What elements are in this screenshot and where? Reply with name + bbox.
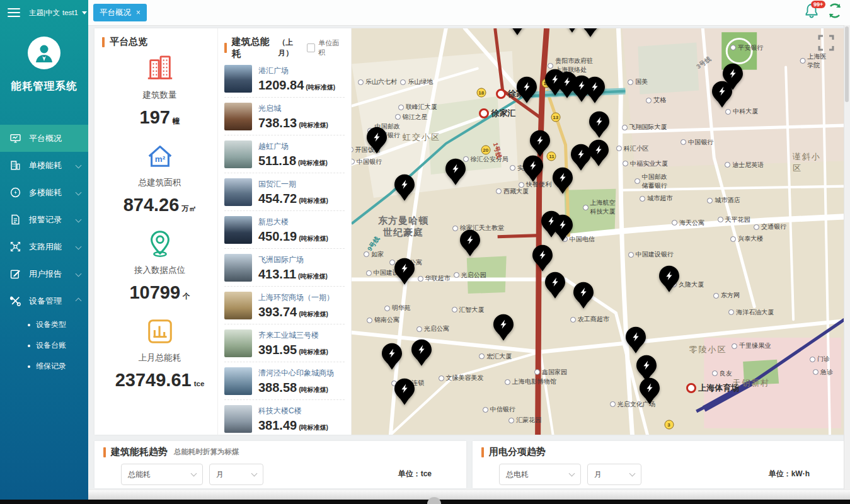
energy-map-marker[interactable] [584,76,606,104]
energy-map-marker[interactable] [589,111,610,139]
sidebar-item-icon [10,187,21,198]
metro-station-marker[interactable]: 20 [481,145,490,154]
building-list-item[interactable]: 漕河泾中心印象城商场 388.58(吨标准煤) [224,362,345,400]
lightning-pin-icon [411,339,432,367]
tab-close-icon[interactable]: × [136,8,141,17]
trend-left-unit: 单位：tce [398,469,432,479]
building-photo [224,178,252,206]
stat-unit: 幢 [173,117,180,125]
sidebar-item-label: 报警记录 [29,214,62,226]
menu-toggle-icon[interactable] [8,8,20,17]
energy-map-marker[interactable] [459,229,481,256]
building-list-item[interactable]: 飞洲国际广场 413.11(吨标准煤) [224,249,345,287]
building-energy-unit: (吨标准煤) [299,197,328,204]
energy-map-marker[interactable] [381,342,403,370]
building-list-item[interactable]: 科技大楼C楼 381.49(吨标准煤) [224,400,345,435]
stat-value: 10799个 [102,282,217,303]
bottom-strip [88,490,850,500]
sidebar-item[interactable]: 支路用能 [0,233,88,260]
sidebar-item[interactable]: 报警记录 [0,206,88,233]
energy-map-marker[interactable] [445,158,466,186]
lightning-pin-icon [711,81,733,108]
building-energy-value: 1209.84(吨标准煤) [258,78,335,93]
energy-map-marker[interactable] [573,282,594,309]
stat-value: 874.26万㎡ [102,195,217,215]
unit-area-checkbox[interactable] [307,43,315,52]
energy-map-marker[interactable] [580,28,601,38]
energy-map-marker[interactable] [625,326,646,353]
energy-map-marker[interactable] [507,28,528,35]
tab-label: 平台概况 [100,8,131,18]
energy-map-marker[interactable] [493,314,514,341]
energy-map-marker[interactable] [544,272,566,299]
lightning-pin-icon [544,272,566,299]
sidebar-item-icon [10,214,21,225]
notifications-button[interactable]: 99+ [805,3,818,21]
energy-map-marker[interactable] [552,167,573,195]
energy-map-marker[interactable] [366,127,388,154]
lightning-pin-icon [532,244,553,272]
lightning-pin-icon [529,129,551,157]
energy-map-marker[interactable] [532,244,553,272]
energy-map-marker[interactable] [522,154,544,182]
sidebar-item[interactable]: 单楼能耗 [0,152,88,179]
building-list-item[interactable]: 上海环贸商场（一期） 393.74(吨标准煤) [224,287,345,324]
building-list-item[interactable]: 越虹广场 511.18(吨标准煤) [224,135,345,173]
sidebar-item-icon [10,295,21,306]
energy-map-marker[interactable] [529,129,551,157]
building-list-item[interactable]: 齐来工业城三号楼 391.95(吨标准煤) [224,324,345,362]
metro-station-marker[interactable]: 13 [551,112,560,122]
sidebar-item[interactable]: 多楼能耗 [0,179,88,206]
energy-map-marker[interactable] [394,257,415,285]
overview-title: 平台总览 [102,36,217,48]
sidebar-subitem[interactable]: 设备台账 [0,335,88,356]
building-energy-value: 454.72(吨标准煤) [258,192,328,206]
tab-platform-overview[interactable]: 平台概况 × [93,4,147,21]
sidebar-subitem[interactable]: 维保记录 [0,356,88,377]
building-list-item[interactable]: 港汇广场 1209.84(吨标准煤) [224,60,345,98]
building-list-item[interactable]: 国贸汇一期 454.72(吨标准煤) [224,173,345,211]
energy-map-marker[interactable] [552,214,573,241]
theme-language-selector[interactable]: 主题|中文 test1 [29,8,87,18]
energy-map-marker[interactable] [394,377,415,405]
unit-area-checkbox-wrap[interactable]: 单位面积 [307,38,345,57]
map-fullscreen-button[interactable] [818,35,834,51]
stat-value: 197幢 [102,107,217,128]
building-name: 科技大楼C楼 [258,406,328,416]
lightning-pin-icon [584,76,606,104]
refresh-button[interactable] [827,3,842,21]
energy-map-marker[interactable] [411,339,432,367]
tab-bar: 平台概况 × 99+ [88,0,850,26]
metro-station-marker[interactable]: 18 [476,88,486,97]
scrollbar-thumb[interactable] [845,26,849,102]
energy-map-marker[interactable] [639,377,660,405]
map-view[interactable]: 乐山六七村乐山绿地联峰汇大厦锦江之星中国邮政 储蓄银行虹交小区开国饭店中国银行徐… [352,28,844,435]
lightning-pin-icon [589,111,610,139]
energy-map-marker[interactable] [711,81,733,108]
building-photo [224,216,252,244]
stat-block: 接入数据点位 10799个 [102,229,217,303]
energy-type-select[interactable]: 总能耗 [121,464,203,485]
sidebar-item-icon [10,133,21,144]
energy-map-marker[interactable] [658,265,680,293]
lightning-pin-icon [573,282,594,309]
scrollbar[interactable] [844,25,850,490]
sidebar-item-label: 支路用能 [29,241,62,253]
electricity-type-select[interactable]: 总电耗 [499,464,581,485]
sidebar-item[interactable]: 平台概况 [0,125,88,152]
building-list-item[interactable]: 新思大楼 450.19(吨标准煤) [224,211,345,249]
sidebar-item-label: 用户报告 [29,268,62,280]
metro-station-marker[interactable]: 3 [664,420,674,429]
energy-type-value: 总能耗 [128,469,151,480]
energy-map-marker[interactable] [516,76,537,104]
user-icon [33,42,55,64]
sidebar-subitem[interactable]: 设备类型 [0,314,88,335]
building-list-item[interactable]: 光启城 738.13(吨标准煤) [224,98,345,135]
energy-map-marker[interactable] [394,174,415,202]
sidebar-item[interactable]: 用户报告 [0,260,88,287]
sidebar-item[interactable]: 设备管理 [0,287,88,314]
period-select[interactable]: 月 [209,464,263,485]
stat-unit: 万㎡ [181,205,196,212]
stat-block: 总建筑面积 874.26万㎡ [102,142,217,215]
period-select[interactable]: 月 [587,464,641,485]
